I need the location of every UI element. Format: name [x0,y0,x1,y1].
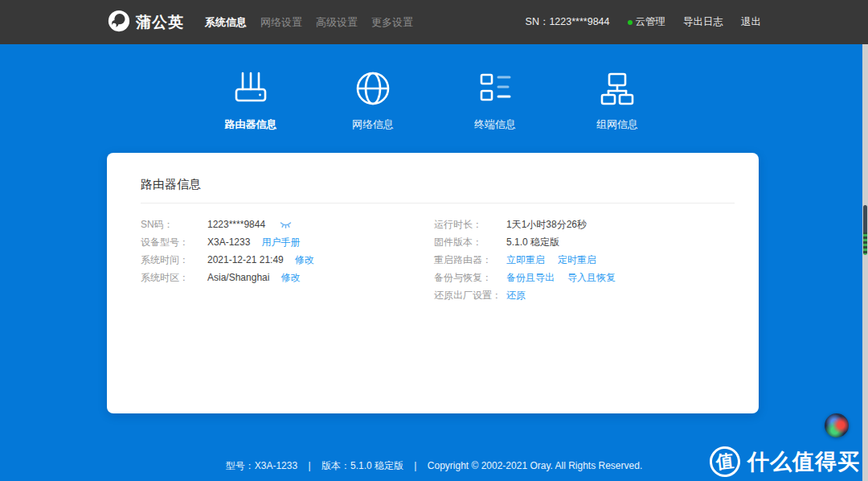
footer-separator: | [414,460,416,471]
nav-item-system-info[interactable]: 系统信息 [205,15,247,30]
device-model-row: 设备型号： X3A-1233 用户手册 [141,237,434,248]
tab-label: 路由器信息 [225,117,277,132]
cloud-manage-link[interactable]: 云管理 [628,15,666,29]
nav-item-more-settings[interactable]: 更多设置 [371,15,413,30]
timezone-value: Asia/Shanghai [207,273,269,283]
smzdm-watermark-text: 什么值得买 [747,447,860,476]
row-label: 固件版本： [434,237,506,248]
brand-logo[interactable]: 蒲公英 [107,9,184,36]
eye-off-icon[interactable] [280,220,292,229]
header-sn-label: SN：1223****9844 [526,15,610,29]
export-log-link[interactable]: 导出日志 [683,15,723,29]
tab-label: 终端信息 [474,117,516,132]
dandelion-logo-icon [107,9,131,36]
info-tabs: 路由器信息 网络信息 终端信息 [0,69,868,132]
device-model-value: X3A-1233 [207,237,250,248]
modify-time-link[interactable]: 修改 [295,255,314,265]
firmware-row: 固件版本： 5.1.0 稳定版 [434,237,735,248]
system-time-row: 系统时间： 2021-12-21 21:49 修改 [141,255,434,265]
router-info-card: 路由器信息 SN码： 1223****9844 [107,153,759,413]
footer-version: 版本：5.1.0 稳定版 [321,460,403,471]
tab-terminal-info[interactable]: 终端信息 [447,69,543,132]
timezone-row: 系统时区： Asia/Shanghai 修改 [141,273,434,283]
firmware-value: 5.1.0 稳定版 [506,237,559,248]
uptime-value: 1天1小时38分26秒 [506,220,587,230]
globe-icon [354,69,392,108]
tab-topology-info[interactable]: 组网信息 [569,69,665,132]
row-label: 系统时间： [141,255,207,265]
card-left-column: SN码： 1223****9844 设备型号： X3A-1233 用 [141,220,434,308]
tab-label: 网络信息 [352,117,394,132]
smzdm-watermark: 值 什么值得买 [710,446,860,477]
backup-restore-row: 备份与恢复： 备份且导出 导入且恢复 [434,273,735,283]
tab-router-info[interactable]: 路由器信息 [203,69,299,132]
card-right-column: 运行时长： 1天1小时38分26秒 固件版本： 5.1.0 稳定版 重启路由器：… [434,220,735,308]
factory-reset-link[interactable]: 还原 [506,290,526,301]
system-time-value: 2021-12-21 21:49 [207,255,284,265]
nav-item-advanced-settings[interactable]: 高级设置 [316,15,358,30]
tab-network-info[interactable]: 网络信息 [325,69,421,132]
row-label: 还原出厂设置： [434,290,506,301]
footer-separator: | [308,460,310,471]
row-label: 重启路由器： [434,255,506,265]
card-title: 路由器信息 [141,177,735,192]
assistant-orb-icon[interactable] [825,413,849,438]
router-icon [231,69,270,108]
row-label: 运行时长： [434,220,506,230]
reboot-row: 重启路由器： 立即重启 定时重启 [434,255,735,265]
terminal-list-icon [476,69,514,108]
nav-item-network-settings[interactable]: 网络设置 [260,15,302,30]
reboot-now-link[interactable]: 立即重启 [506,255,545,265]
main-nav: 系统信息 网络设置 高级设置 更多设置 [205,15,427,30]
logout-link[interactable]: 退出 [741,15,761,29]
footer-copyright: Copyright © 2002-2021 Oray. All Rights R… [428,460,642,471]
smzdm-badge-icon: 值 [708,445,742,479]
scheduled-reboot-link[interactable]: 定时重启 [558,255,596,265]
row-label: 系统时区： [141,273,207,283]
uptime-row: 运行时长： 1天1小时38分26秒 [434,220,735,230]
user-manual-link[interactable]: 用户手册 [261,237,300,248]
sn-value: 1223****9844 [207,220,265,230]
router-admin-page: 蒲公英 系统信息 网络设置 高级设置 更多设置 SN：1223****9844 … [0,0,868,481]
sn-row: SN码： 1223****9844 [141,220,434,230]
footer-model: 型号：X3A-1233 [226,460,297,471]
scrollbar-thumb[interactable] [863,205,867,255]
online-status-dot [628,20,633,25]
row-label: SN码： [141,220,207,230]
top-navbar: 蒲公英 系统信息 网络设置 高级设置 更多设置 SN：1223****9844 … [0,0,868,44]
brand-name: 蒲公英 [136,12,184,33]
row-label: 设备型号： [141,237,207,248]
import-restore-link[interactable]: 导入且恢复 [567,273,616,283]
factory-reset-row: 还原出厂设置： 还原 [434,290,735,301]
scrollbar-track[interactable] [862,44,868,481]
row-label: 备份与恢复： [434,273,506,283]
modify-timezone-link[interactable]: 修改 [280,273,300,283]
backup-export-link[interactable]: 备份且导出 [506,273,555,283]
tab-label: 组网信息 [596,117,638,132]
cloud-manage-label: 云管理 [636,15,666,29]
topology-icon [598,69,637,108]
